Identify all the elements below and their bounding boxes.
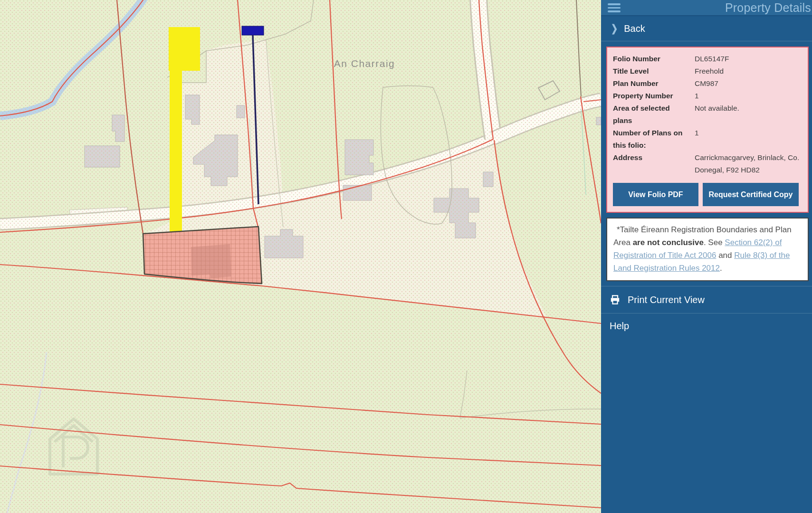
detail-row-title-level: Title Level Freehold xyxy=(613,65,802,77)
detail-row-folio-number: Folio Number DL65147F xyxy=(613,53,802,65)
back-label: Back xyxy=(624,23,645,34)
property-details-panel: Folio Number DL65147F Title Level Freeho… xyxy=(606,47,809,213)
detail-row-area: Area of selected plans Not available. xyxy=(613,102,802,127)
menu-icon[interactable] xyxy=(608,3,621,12)
printer-icon xyxy=(610,294,621,305)
help-row: Help xyxy=(601,314,812,332)
sidebar-header: Property Details xyxy=(601,0,812,16)
detail-row-property-number: Property Number 1 xyxy=(613,90,802,102)
request-certified-copy-button[interactable]: Request Certified Copy xyxy=(703,183,799,206)
property-details-sidebar: Property Details ❯ Back Folio Number DL6… xyxy=(601,0,812,513)
print-current-view-button[interactable]: Print Current View xyxy=(601,286,812,314)
detail-row-address: Address Carrickmacgarvey, Brinlack, Co. … xyxy=(613,152,802,176)
map-canvas[interactable]: An Charraig xyxy=(0,0,601,513)
detail-row-plan-count: Number of Plans on this folio: 1 xyxy=(613,127,802,152)
place-label: An Charraig xyxy=(334,58,395,69)
disclaimer-box: *Tailte Éireann Registration Boundaries … xyxy=(606,218,809,281)
back-button[interactable]: ❯ Back xyxy=(601,16,812,41)
print-label: Print Current View xyxy=(628,294,705,305)
help-link[interactable]: Help xyxy=(610,321,629,331)
chevron-right-icon: ❯ xyxy=(611,22,618,35)
disclaimer-bold: are not conclusive xyxy=(633,238,704,247)
view-folio-pdf-button[interactable]: View Folio PDF xyxy=(613,183,698,206)
page-title: Property Details xyxy=(725,1,811,15)
detail-row-plan-number: Plan Number CM987 xyxy=(613,77,802,90)
selected-parcel[interactable] xyxy=(143,227,262,284)
panel-actions: View Folio PDF Request Certified Copy xyxy=(613,183,802,206)
map-stipple-texture xyxy=(0,0,601,513)
app-window: An Charraig Property Details ❯ Back Foli… xyxy=(0,0,812,513)
